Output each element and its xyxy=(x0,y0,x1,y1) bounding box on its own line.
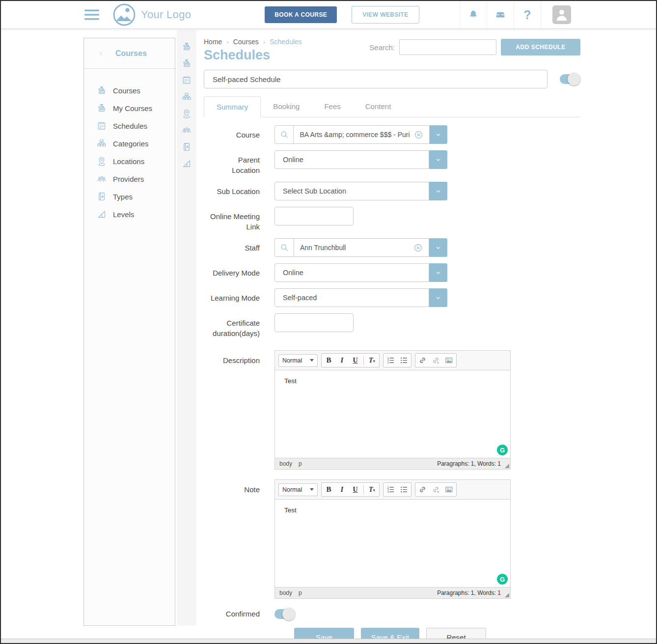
format-dropdown[interactable]: Normal xyxy=(278,354,318,367)
delivery-mode-dropdown-button[interactable] xyxy=(429,263,447,282)
italic-button[interactable]: I xyxy=(335,483,349,496)
path-p[interactable]: p xyxy=(299,460,302,467)
staff-dropdown-button[interactable] xyxy=(429,238,447,257)
caret-down-icon xyxy=(310,488,314,491)
notifications-button[interactable] xyxy=(460,1,487,28)
resize-handle[interactable] xyxy=(505,593,509,597)
learning-mode-value[interactable]: Self-paced xyxy=(274,288,429,307)
toolbar-separator xyxy=(363,485,364,494)
types-icon xyxy=(97,192,107,201)
underline-button[interactable]: U xyxy=(349,483,362,496)
menu-icon[interactable] xyxy=(84,9,99,21)
online-meeting-link-input[interactable] xyxy=(274,207,354,225)
tab-booking[interactable]: Booking xyxy=(261,96,312,117)
bold-button[interactable]: B xyxy=(322,483,335,496)
link-button[interactable] xyxy=(416,354,429,366)
rail-my-courses-icon[interactable] xyxy=(182,58,192,68)
rail-categories-icon[interactable] xyxy=(182,92,192,102)
bottom-scrollbar-strip[interactable] xyxy=(1,639,656,643)
sidebar: Courses Courses My Courses Schedules Cat… xyxy=(83,38,175,626)
sidebar-item-label: Types xyxy=(113,193,133,201)
path-body[interactable]: body xyxy=(279,460,292,467)
resize-handle[interactable] xyxy=(505,464,509,468)
course-dropdown-button[interactable] xyxy=(430,125,447,144)
confirmed-toggle[interactable] xyxy=(274,609,293,619)
ordered-list-button[interactable] xyxy=(384,483,397,496)
staff-value-box[interactable]: Ann Trunchbull xyxy=(294,238,429,257)
user-avatar[interactable] xyxy=(541,1,582,28)
sub-location-dropdown-button[interactable] xyxy=(429,182,447,200)
course-value-box[interactable]: BA Arts &amp; commerce $$$ - Puri xyxy=(293,125,429,144)
bullet-list-button[interactable] xyxy=(397,354,411,366)
book-a-course-button[interactable]: BOOK A COURSE xyxy=(265,6,337,23)
parent-location-dropdown-button[interactable] xyxy=(429,150,447,169)
sidebar-item-locations[interactable]: Locations xyxy=(84,152,175,170)
sidebar-item-my-courses[interactable]: My Courses xyxy=(84,99,175,117)
bullet-list-button[interactable] xyxy=(397,483,411,496)
certificate-duration-input[interactable] xyxy=(274,313,354,332)
tab-summary[interactable]: Summary xyxy=(204,96,261,117)
search-input[interactable] xyxy=(399,39,496,55)
delivery-mode-select: Online xyxy=(274,263,447,282)
note-content-area[interactable]: Test G xyxy=(275,500,510,587)
help-button[interactable]: ? xyxy=(514,1,541,28)
sidebar-item-schedules[interactable]: Schedules xyxy=(84,117,175,135)
sidebar-item-providers[interactable]: Providers xyxy=(84,170,175,188)
rail-types-icon[interactable] xyxy=(182,142,192,152)
tab-fees[interactable]: Fees xyxy=(312,96,353,117)
confirmed-label: Confirmed xyxy=(204,609,260,619)
chevron-down-icon xyxy=(435,188,442,195)
underline-button[interactable]: U xyxy=(349,354,362,366)
format-dropdown[interactable]: Normal xyxy=(278,483,318,496)
image-icon xyxy=(445,485,453,494)
rail-levels-icon[interactable] xyxy=(182,159,192,168)
rail-locations-icon[interactable] xyxy=(182,109,192,118)
rail-providers-icon[interactable] xyxy=(182,125,192,135)
tab-content[interactable]: Content xyxy=(353,96,404,117)
logo[interactable]: Your Logo xyxy=(113,3,191,26)
course-search-button[interactable] xyxy=(274,125,293,144)
learning-mode-dropdown-button[interactable] xyxy=(429,288,447,307)
sidebar-back[interactable]: Courses xyxy=(84,38,175,69)
delivery-mode-value[interactable]: Online xyxy=(274,263,429,282)
sidebar-item-categories[interactable]: Categories xyxy=(84,135,175,152)
add-schedule-button[interactable]: ADD SCHEDULE xyxy=(501,39,580,56)
rail-courses-icon[interactable] xyxy=(182,42,192,52)
schedule-name-row xyxy=(204,70,580,88)
word-count: Paragraphs: 1, Words: 1 xyxy=(437,460,506,467)
description-content-area[interactable]: Test G xyxy=(275,370,510,458)
path-body[interactable]: body xyxy=(279,589,292,596)
inbox-button[interactable] xyxy=(487,1,514,28)
schedule-enabled-toggle[interactable] xyxy=(560,74,578,84)
link-button[interactable] xyxy=(416,483,429,496)
remove-format-button[interactable]: Tx xyxy=(365,483,379,496)
image-button[interactable] xyxy=(442,483,456,496)
grammarly-icon[interactable]: G xyxy=(497,574,508,585)
remove-format-button[interactable]: Tx xyxy=(365,354,379,366)
clear-icon[interactable] xyxy=(413,243,423,252)
sidebar-item-levels[interactable]: Levels xyxy=(84,205,175,223)
rail-schedules-icon[interactable] xyxy=(182,75,192,85)
logo-icon xyxy=(113,3,136,26)
sub-location-value[interactable]: Select Sub Location xyxy=(274,182,429,200)
breadcrumb-courses[interactable]: Courses xyxy=(233,38,259,46)
unlink-button[interactable] xyxy=(429,354,442,366)
image-button[interactable] xyxy=(442,354,456,366)
bold-button[interactable]: B xyxy=(322,354,335,366)
unlink-button[interactable] xyxy=(429,483,442,496)
view-website-button[interactable]: VIEW WEBSITE xyxy=(352,6,419,24)
online-meeting-link-label: Online Meeting Link xyxy=(204,207,260,232)
staff-search-button[interactable] xyxy=(274,238,294,257)
schedule-name-input[interactable] xyxy=(204,70,548,88)
breadcrumb-home[interactable]: Home xyxy=(204,38,222,46)
italic-button[interactable]: I xyxy=(335,354,349,366)
list-group xyxy=(383,353,411,367)
path-p[interactable]: p xyxy=(299,589,302,596)
sidebar-item-types[interactable]: Types xyxy=(84,188,175,205)
ordered-list-button[interactable] xyxy=(384,354,397,366)
parent-location-value[interactable]: Online xyxy=(274,150,429,169)
grammarly-icon[interactable]: G xyxy=(497,445,508,455)
sidebar-item-courses[interactable]: Courses xyxy=(84,82,175,99)
parent-location-row: Parent Location Online xyxy=(204,150,580,175)
clear-icon[interactable] xyxy=(414,130,423,140)
